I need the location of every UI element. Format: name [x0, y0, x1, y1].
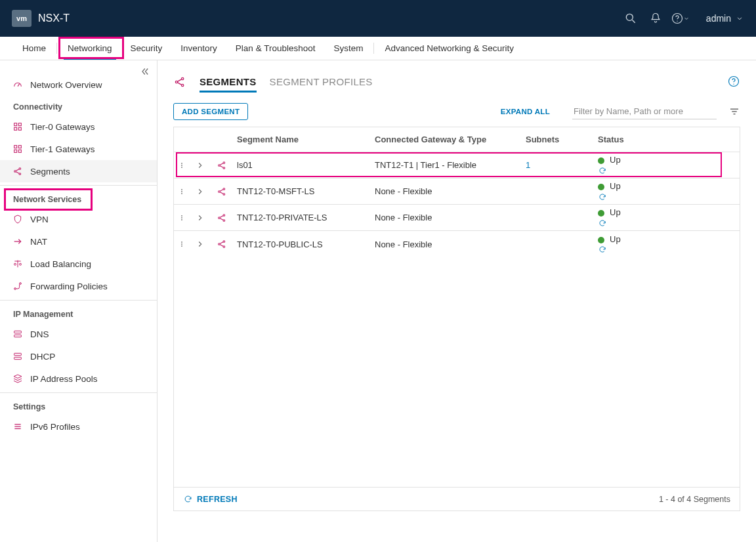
sidebar-item-dhcp[interactable]: DHCP: [0, 345, 157, 367]
status-refresh-icon[interactable]: [598, 166, 736, 175]
stack-icon: [12, 373, 24, 384]
sidebar-item-overview[interactable]: Network Overview: [0, 73, 157, 96]
row-menu-icon[interactable]: [174, 160, 190, 171]
table-row: TNT12-T0-PRIVATE-LSNone - FlexibleUp: [174, 205, 740, 231]
sidebar-group-connectivity: Connectivity: [0, 96, 157, 115]
sidebar-item-label: DHCP: [30, 352, 55, 362]
tab-networking[interactable]: Networking: [58, 37, 121, 60]
row-expand-icon[interactable]: [190, 161, 211, 170]
server-icon: [12, 329, 24, 339]
sidebar-item-dns[interactable]: DNS: [0, 323, 157, 345]
segment-type-icon: [211, 186, 233, 197]
help-icon[interactable]: [668, 6, 693, 31]
sidebar-item-label: NAT: [30, 237, 47, 247]
help-circle-icon[interactable]: [727, 75, 740, 88]
status-refresh-icon[interactable]: [598, 245, 736, 254]
gauge-icon: [12, 79, 24, 90]
sidebar: Network Overview Connectivity Tier-0 Gat…: [0, 60, 158, 542]
sidebar-group-network-services: Network Services: [0, 188, 157, 208]
table-header: Segment Name Connected Gateway & Type Su…: [174, 127, 740, 152]
segments-icon: [12, 166, 24, 177]
sidebar-item-segments[interactable]: Segments: [0, 160, 157, 182]
filter-input[interactable]: [572, 104, 717, 119]
tab-segments[interactable]: SEGMENTS: [200, 72, 257, 91]
product-name: NSX-T: [38, 12, 70, 24]
list-icon: [12, 421, 24, 432]
sidebar-item-vpn[interactable]: VPN: [0, 208, 157, 230]
search-icon[interactable]: [618, 6, 643, 31]
segments-icon: [173, 75, 186, 89]
sidebar-item-label: Segments: [30, 167, 70, 177]
sidebar-item-label: VPN: [30, 215, 49, 224]
status-dot-icon: [598, 237, 604, 243]
sidebar-item-label: IP Address Pools: [30, 374, 98, 384]
segment-type-icon: [211, 160, 233, 171]
pagination-range: 1 - 4 of 4 Segments: [659, 495, 730, 504]
tab-security[interactable]: Security: [121, 37, 172, 60]
refresh-icon: [183, 494, 193, 504]
tab-segment-profiles[interactable]: SEGMENT PROFILES: [270, 72, 373, 91]
cell-segment-name: TNT12-T0-PRIVATE-LS: [233, 213, 371, 222]
cell-segment-name: TNT12-T0-PUBLIC-LS: [233, 240, 371, 249]
cell-subnets[interactable]: 1: [522, 160, 594, 170]
bell-icon[interactable]: [643, 6, 668, 31]
user-name: admin: [706, 13, 731, 24]
segments-table: Segment Name Connected Gateway & Type Su…: [173, 127, 740, 488]
row-expand-icon[interactable]: [190, 187, 211, 196]
sidebar-item-label: Tier-0 Gateways: [30, 122, 95, 132]
sidebar-group-settings: Settings: [0, 396, 157, 415]
tab-inventory[interactable]: Inventory: [171, 37, 226, 60]
tab-plan-troubleshoot[interactable]: Plan & Troubleshoot: [226, 37, 325, 60]
col-gateway: Connected Gateway & Type: [371, 135, 522, 144]
shield-icon: [12, 214, 24, 224]
cell-segment-name: TNT12-T0-MSFT-LS: [233, 186, 371, 196]
sidebar-item-label: Tier-1 Gateways: [30, 144, 95, 154]
balance-icon: [12, 259, 24, 269]
server-icon: [12, 351, 24, 362]
status-dot-icon: [598, 157, 604, 164]
sidebar-item-fwd[interactable]: Forwarding Policies: [0, 275, 157, 297]
refresh-label: REFRESH: [197, 495, 238, 504]
expand-all-link[interactable]: EXPAND ALL: [501, 108, 550, 115]
status-refresh-icon[interactable]: [598, 219, 736, 228]
row-menu-icon[interactable]: [174, 213, 190, 223]
sidebar-item-ippools[interactable]: IP Address Pools: [0, 367, 157, 390]
arrow-right-icon: [12, 236, 24, 247]
sidebar-item-tier1[interactable]: Tier-1 Gateways: [0, 138, 157, 160]
collapse-sidebar-icon[interactable]: [138, 66, 150, 77]
tab-advanced[interactable]: Advanced Networking & Security: [375, 37, 523, 60]
col-segment-name: Segment Name: [233, 135, 371, 144]
sidebar-item-tier0[interactable]: Tier-0 Gateways: [0, 115, 157, 138]
row-expand-icon[interactable]: [190, 213, 211, 222]
chevron-down-icon: [735, 14, 744, 23]
filter-icon[interactable]: [728, 106, 740, 117]
sidebar-item-ipv6[interactable]: IPv6 Profiles: [0, 415, 157, 438]
sidebar-item-nat[interactable]: NAT: [0, 230, 157, 253]
row-menu-icon[interactable]: [174, 186, 190, 197]
cell-gateway: None - Flexible: [371, 213, 522, 222]
sidebar-item-label: Network Overview: [30, 80, 102, 90]
sidebar-item-lb[interactable]: Load Balancing: [0, 253, 157, 275]
refresh-button[interactable]: REFRESH: [183, 494, 238, 504]
sidebar-item-label: Forwarding Policies: [30, 281, 108, 291]
segments-toolbar: ADD SEGMENT EXPAND ALL: [173, 103, 740, 120]
cell-gateway: TNT12-T1 | Tier1 - Flexible: [371, 160, 522, 170]
table-row: TNT12-T0-MSFT-LSNone - FlexibleUp: [174, 178, 740, 205]
grid-icon: [12, 144, 24, 154]
user-menu[interactable]: admin: [706, 13, 744, 24]
segment-type-icon: [211, 213, 233, 223]
content-area: SEGMENTS SEGMENT PROFILES ADD SEGMENT EX…: [158, 60, 756, 542]
tab-home[interactable]: Home: [13, 37, 55, 60]
tab-system[interactable]: System: [324, 37, 372, 60]
row-expand-icon[interactable]: [190, 240, 211, 249]
row-menu-icon[interactable]: [174, 239, 190, 249]
grid-icon: [12, 121, 24, 132]
status-refresh-icon[interactable]: [598, 192, 736, 201]
sidebar-item-label: IPv6 Profiles: [30, 422, 80, 432]
cell-status: Up: [594, 181, 740, 201]
add-segment-button[interactable]: ADD SEGMENT: [173, 103, 248, 120]
table-row: ls01TNT12-T1 | Tier1 - Flexible1Up: [174, 152, 740, 178]
table-footer: REFRESH 1 - 4 of 4 Segments: [173, 488, 740, 511]
cell-segment-name: ls01: [233, 160, 371, 170]
cell-gateway: None - Flexible: [371, 186, 522, 196]
